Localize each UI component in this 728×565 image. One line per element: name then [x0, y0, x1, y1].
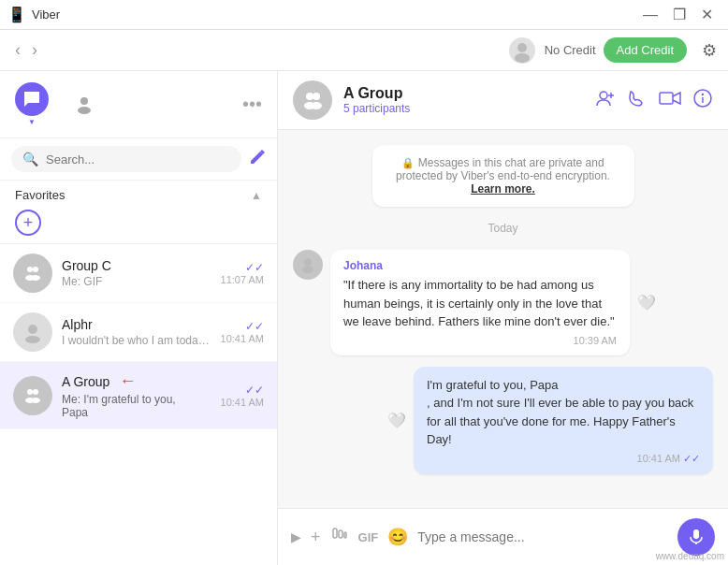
- sender-avatar: [293, 250, 323, 280]
- learn-more-link[interactable]: Learn more.: [471, 182, 535, 196]
- svg-rect-22: [660, 93, 673, 104]
- svg-point-11: [27, 389, 33, 395]
- chat-list: Group C Me: GIF ✓✓ 11:07 AM: [0, 244, 277, 565]
- red-arrow-icon: ←: [119, 371, 136, 391]
- encryption-text: Messages in this chat are private and pr…: [396, 156, 610, 182]
- chat-preview: Me: I'm grateful to you,Papa: [62, 393, 211, 419]
- maximize-button[interactable]: ❐: [665, 7, 693, 22]
- chat-name: A Group ←: [62, 371, 211, 391]
- svg-point-14: [31, 398, 40, 403]
- favorites-section: Favorites ▲ +: [0, 181, 277, 244]
- chat-meta: ✓✓ 11:07 AM: [221, 261, 264, 285]
- sidebar: ▼ ••• 🔍: [0, 71, 278, 565]
- window-controls: — ❐ ✕: [635, 7, 721, 22]
- svg-point-25: [703, 94, 704, 94]
- search-icon: 🔍: [22, 152, 38, 167]
- chat-info: Alphr I wouldn't be who I am today witho…: [62, 317, 211, 347]
- lock-icon: 🔒: [401, 157, 415, 168]
- mic-button[interactable]: [677, 518, 715, 556]
- read-check-icon: ✓✓: [245, 384, 264, 397]
- bubble-time: 10:39 AM: [343, 335, 617, 346]
- add-credit-button[interactable]: Add Credit: [604, 37, 687, 63]
- messages-area: 🔒 Messages in this chat are private and …: [278, 130, 728, 508]
- bubble-text: "If there is any immortality to be had a…: [343, 276, 617, 331]
- svg-point-18: [311, 102, 322, 109]
- avatar: [13, 376, 52, 415]
- chat-time: 10:41 AM: [221, 333, 264, 344]
- chat-preview: I wouldn't be who I am today without you…: [62, 334, 211, 347]
- svg-rect-30: [344, 532, 346, 538]
- back-button[interactable]: ‹: [11, 38, 24, 62]
- heart-button[interactable]: 🤍: [387, 412, 406, 429]
- chat-preview: Me: GIF: [62, 275, 211, 288]
- svg-point-4: [78, 107, 91, 114]
- viber-icon: 📱: [7, 6, 26, 23]
- svg-point-16: [313, 93, 320, 100]
- chat-item-alphr[interactable]: Alphr I wouldn't be who I am today witho…: [0, 303, 277, 362]
- date-divider: Today: [293, 222, 713, 235]
- play-button[interactable]: ▶: [291, 529, 301, 544]
- chat-participants: 5 participants: [343, 102, 584, 115]
- svg-rect-29: [339, 530, 342, 538]
- chat-header-name: A Group: [343, 85, 584, 102]
- compose-button[interactable]: [249, 149, 266, 169]
- favorites-header: Favorites ▲: [15, 188, 262, 202]
- message-input[interactable]: [417, 529, 668, 544]
- svg-point-12: [33, 389, 38, 395]
- nav-arrows: ‹ ›: [11, 38, 41, 62]
- minimize-button[interactable]: —: [635, 7, 665, 22]
- svg-point-3: [80, 97, 88, 105]
- contacts-icon: [67, 88, 101, 122]
- more-button[interactable]: •••: [242, 94, 262, 115]
- settings-button[interactable]: ⚙: [702, 40, 717, 61]
- svg-point-15: [306, 93, 313, 100]
- heart-button[interactable]: 🤍: [637, 294, 656, 311]
- close-button[interactable]: ✕: [693, 7, 721, 22]
- nav-credit-area: No Credit Add Credit ⚙: [507, 36, 717, 65]
- search-input[interactable]: [46, 152, 230, 167]
- chat-meta: ✓✓ 10:41 AM: [221, 320, 264, 344]
- bubble-time: 10:41 AM ✓✓: [427, 453, 700, 465]
- favorites-label: Favorites: [15, 188, 65, 202]
- search-box: 🔍: [11, 146, 241, 172]
- gif-button[interactable]: GIF: [358, 530, 379, 544]
- favorites-chevron[interactable]: ▲: [251, 189, 262, 202]
- svg-rect-31: [693, 529, 699, 539]
- navbar: ‹ › No Credit Add Credit ⚙: [0, 30, 728, 71]
- read-check-icon: ✓✓: [245, 320, 264, 333]
- emoji-button[interactable]: 😊: [387, 527, 408, 547]
- voice-call-button[interactable]: [627, 88, 648, 113]
- video-call-button[interactable]: [659, 88, 681, 113]
- user-avatar-icon: [507, 36, 537, 65]
- forward-button[interactable]: ›: [28, 38, 41, 62]
- chat-meta: ✓✓ 10:41 AM: [221, 384, 264, 408]
- sent-bubble-wrapper: 🤍 I'm grateful to you, Papa, and I'm not…: [414, 367, 713, 474]
- main-layout: ▼ ••• 🔍: [0, 71, 728, 565]
- attach-button[interactable]: +: [311, 528, 321, 547]
- audio-button[interactable]: [330, 526, 349, 549]
- chat-name: Group C: [62, 258, 211, 273]
- chat-icon: [15, 82, 49, 116]
- add-member-button[interactable]: [595, 88, 616, 113]
- contacts-tab-button[interactable]: [67, 88, 101, 122]
- sidebar-icons: ▼ •••: [0, 71, 277, 138]
- no-credit-label: No Credit: [545, 43, 596, 57]
- svg-point-8: [31, 275, 40, 281]
- double-check-icon: ✓✓: [683, 453, 700, 465]
- svg-point-10: [25, 336, 40, 343]
- info-button[interactable]: [692, 88, 713, 113]
- dropdown-indicator: ▼: [28, 118, 36, 126]
- sidebar-search: 🔍: [0, 138, 277, 181]
- chat-name: Alphr: [62, 317, 211, 332]
- svg-point-6: [33, 267, 38, 272]
- svg-point-26: [304, 258, 312, 266]
- chat-tab-button[interactable]: ▼: [15, 82, 49, 126]
- chat-item-a-group[interactable]: A Group ← Me: I'm grateful to you,Papa ✓…: [0, 362, 277, 429]
- chat-item-group-c[interactable]: Group C Me: GIF ✓✓ 11:07 AM: [0, 244, 277, 303]
- svg-point-27: [302, 266, 313, 273]
- add-favorite-button[interactable]: +: [15, 210, 41, 236]
- bubble-sender: Johana: [343, 259, 617, 272]
- chat-header-avatar: [293, 80, 332, 120]
- chat-header-info: A Group 5 participants: [343, 85, 584, 115]
- chat-info: A Group ← Me: I'm grateful to you,Papa: [62, 371, 211, 419]
